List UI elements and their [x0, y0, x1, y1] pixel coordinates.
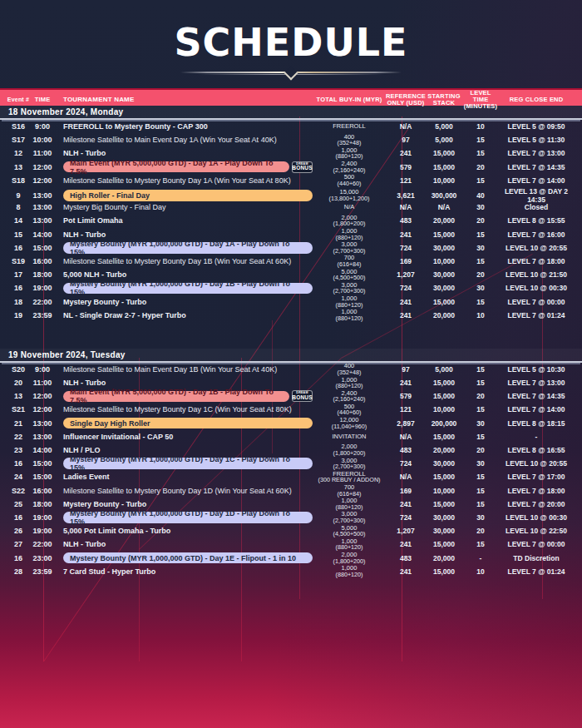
col-header-reference-usd: REFERENCE ONLY (USD) — [386, 93, 426, 106]
reg-close-end: LEVEL 10 @ 00:30 — [499, 513, 574, 522]
schedule-row: 26 19:00 5,000 Pot Limit Omaha - Turbo 5… — [0, 524, 582, 537]
schedule-row: 18 22:00 Mystery Bounty - Turbo 1,000(88… — [0, 295, 582, 308]
reference-usd: 97 — [386, 365, 426, 374]
reference-usd: 97 — [386, 136, 426, 144]
start-time: 23:00 — [30, 554, 55, 562]
starting-stack: 20,000 — [426, 311, 462, 319]
starting-stack: 10,000 — [426, 257, 462, 265]
event-number: S17 — [7, 136, 30, 144]
starting-stack: 15,000 — [426, 392, 462, 400]
schedule-row: S17 10:00 Milestone Satellite to Main Ev… — [0, 133, 582, 146]
level-time: 30 — [462, 419, 499, 428]
level-time: 15 — [462, 365, 499, 374]
level-time: 30 — [462, 284, 499, 292]
tournament-name: NLH - Turbo — [55, 149, 313, 157]
reference-usd: N/A — [386, 122, 426, 131]
level-time: 20 — [462, 527, 499, 535]
reg-close-end: LEVEL 10 @ 22:50 — [499, 527, 574, 535]
level-time: 30 — [462, 244, 499, 252]
start-time: 22:00 — [30, 298, 55, 306]
schedule-row: S19 16:00 Milestone Satellite to Mystery… — [0, 255, 582, 268]
tournament-name: Milestone Satellite to Mystery Bounty Da… — [55, 487, 313, 495]
starting-stack: 15,000 — [426, 473, 462, 481]
total-buyin: 1,000(880+120) — [313, 377, 386, 389]
reference-usd: 241 — [386, 500, 426, 508]
reg-close-end: LEVEL 13 @ DAY 2 14:35 — [499, 187, 574, 204]
event-number: 8 — [7, 203, 30, 211]
col-header-total-buyin: TOTAL BUY-IN (MYR) — [313, 97, 386, 103]
reg-close-end: LEVEL 10 @ 20:55 — [499, 244, 574, 252]
reg-close-end: LEVEL 10 @ 20:55 — [499, 459, 574, 468]
schedule-table: Event # TIME TOURNAMENT NAME TOTAL BUY-I… — [0, 88, 582, 578]
highlight-pill: Mystery Bounty (MYR 1,000,000 GTD) - Day… — [63, 552, 313, 564]
start-time: 23:59 — [30, 567, 55, 576]
table-header-row: Event # TIME TOURNAMENT NAME TOTAL BUY-I… — [0, 88, 582, 106]
start-time: 14:00 — [30, 230, 55, 239]
start-time: 23:59 — [30, 311, 55, 319]
start-time: 13:00 — [30, 191, 55, 200]
starting-stack: 30,000 — [426, 513, 462, 522]
schedule-body: 18 November 2024, Monday S16 9:00 FREERO… — [0, 106, 582, 578]
starting-stack: 30,000 — [426, 284, 462, 292]
reference-usd: 483 — [386, 554, 426, 562]
starting-stack: 10,000 — [426, 405, 462, 414]
total-buyin: 500(440+60) — [313, 404, 386, 416]
total-buyin: INVITATION — [313, 433, 386, 440]
event-number: S22 — [7, 487, 30, 495]
tournament-name: NL - Single Draw 2-7 - Hyper Turbo — [55, 311, 313, 319]
event-number: S21 — [7, 405, 30, 414]
reg-close-end: LEVEL 7 @ 00:00 — [499, 540, 574, 548]
reference-usd: N/A — [386, 433, 426, 441]
event-number: 21 — [7, 419, 30, 428]
level-time: 15 — [462, 176, 499, 185]
start-time: 15:00 — [30, 244, 55, 252]
reference-usd: 579 — [386, 163, 426, 171]
total-buyin: 3,000(2,700+300) — [313, 282, 386, 295]
level-time: 10 — [462, 567, 499, 576]
start-time: 14:00 — [30, 446, 55, 454]
tournament-name: High Roller - Final Day — [55, 190, 313, 201]
reference-usd: 169 — [386, 487, 426, 495]
event-number: 18 — [7, 298, 30, 306]
event-number: 13 — [7, 163, 30, 171]
reg-close-end: - — [499, 433, 574, 441]
tournament-name: Influencer Invitational - CAP 50 — [55, 433, 313, 441]
tournament-name: Milestone Satellite to Mystery Bounty Da… — [55, 257, 313, 265]
reg-close-end: LEVEL 7 @ 17:00 — [499, 473, 574, 481]
highlight-pill: Mystery Bounty (MYR 1,000,000 GTD) - Day… — [63, 512, 313, 523]
tournament-name: Mystery Bounty - Turbo — [55, 500, 313, 508]
tournament-name: Milestone Satellite to Main Event Day 1A… — [55, 136, 313, 144]
schedule-row: S20 9:00 Milestone Satellite to Main Eve… — [0, 363, 582, 376]
event-number: 15 — [7, 230, 30, 239]
schedule-row: S22 16:00 Milestone Satellite to Mystery… — [0, 484, 582, 498]
dream-bonus-badge: DREAMBONUS — [292, 390, 313, 402]
reference-usd: 483 — [386, 446, 426, 454]
schedule-row: S21 12:00 Milestone Satellite to Mystery… — [0, 403, 582, 416]
reg-close-end: Closed — [499, 203, 574, 211]
starting-stack: 15,000 — [426, 500, 462, 508]
event-number: 16 — [7, 244, 30, 252]
schedule-row: 13 12:00 Main Event (MYR 5,000,000 GTD) … — [0, 161, 582, 174]
reg-close-end: LEVEL 7 @ 16:00 — [499, 230, 574, 239]
schedule-row: 19 23:59 NL - Single Draw 2-7 - Hyper Tu… — [0, 309, 582, 322]
level-time: 20 — [462, 163, 499, 171]
total-buyin: 15,000(13,800+1,200) — [313, 189, 386, 201]
level-time: 15 — [462, 473, 499, 481]
starting-stack: 10,000 — [426, 487, 462, 495]
event-number: 16 — [7, 459, 30, 468]
schedule-row: 16 19:00 Mystery Bounty (MYR 1,000,000 G… — [0, 511, 582, 524]
start-time: 15:00 — [30, 473, 55, 481]
tournament-name: Main Event (MYR 5,000,000 GTD) - Day 1A … — [55, 161, 313, 173]
starting-stack: 15,000 — [426, 379, 462, 387]
reg-close-end: LEVEL 7 @ 00:00 — [499, 298, 574, 306]
col-header-reg-close: REG CLOSE END — [499, 97, 574, 103]
starting-stack: 20,000 — [426, 554, 462, 562]
starting-stack: 200,000 — [426, 419, 462, 428]
tournament-name: Mystery Bounty (MYR 1,000,000 GTD) - Day… — [55, 283, 313, 295]
reg-close-end: LEVEL 8 @ 15:55 — [499, 216, 574, 225]
start-time: 19:00 — [30, 513, 55, 522]
tournament-name: Mystery Bounty (MYR 1,000,000 GTD) - Day… — [55, 552, 313, 564]
schedule-row: 22 13:00 Influencer Invitational - CAP 5… — [0, 430, 582, 443]
level-time: 30 — [462, 459, 499, 468]
total-buyin: 2,400(2,160+240) — [313, 390, 386, 403]
